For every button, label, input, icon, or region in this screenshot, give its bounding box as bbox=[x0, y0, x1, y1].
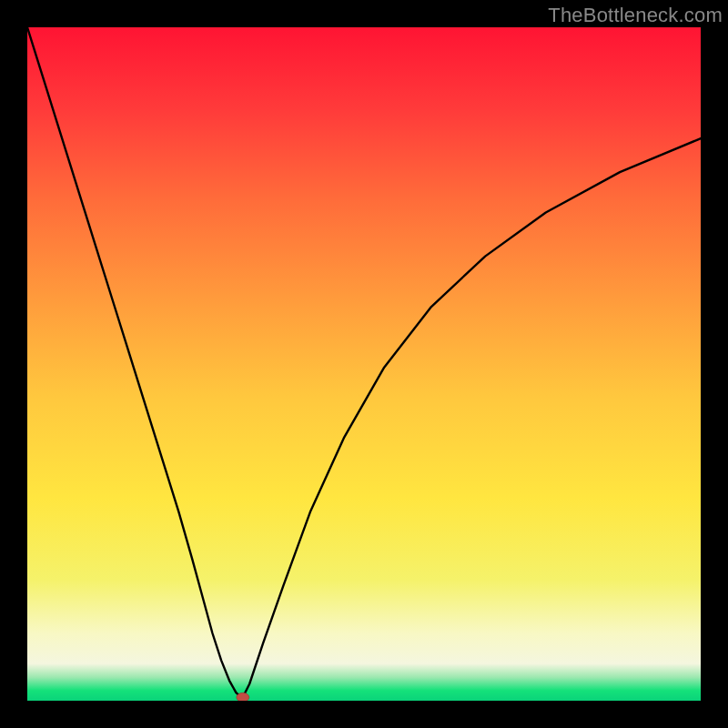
chart-frame: TheBottleneck.com bbox=[0, 0, 728, 728]
watermark-text: TheBottleneck.com bbox=[548, 4, 723, 27]
chart-svg bbox=[27, 27, 701, 701]
gradient-background bbox=[27, 27, 701, 701]
plot-area bbox=[27, 27, 701, 701]
optimal-point-marker bbox=[237, 693, 249, 701]
